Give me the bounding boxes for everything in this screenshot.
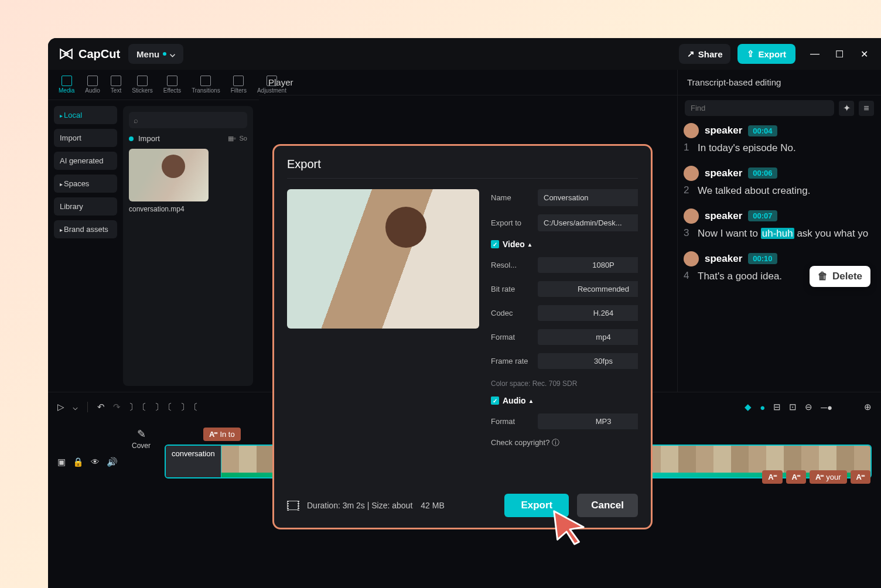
effects-icon: [167, 76, 177, 86]
sidebar-item-ai[interactable]: AI generated: [54, 152, 117, 170]
undo-icon[interactable]: ↶: [97, 402, 105, 412]
audio-format-label: Format: [491, 417, 532, 426]
line-number: 2: [684, 184, 692, 198]
name-input[interactable]: [538, 189, 638, 206]
speaker-name: speaker: [705, 253, 742, 265]
tool-icon[interactable]: ⊟: [773, 402, 781, 412]
codec-label: Codec: [491, 309, 532, 317]
delete-popover[interactable]: 🗑 Delete: [810, 266, 870, 287]
tab-audio[interactable]: Audio: [80, 73, 105, 96]
export-button-top[interactable]: ⇪ Export: [737, 44, 795, 64]
exportto-input[interactable]: [538, 214, 638, 231]
sidebar-item-import[interactable]: Import: [54, 129, 117, 147]
video-section-header[interactable]: ✓Video▴: [491, 240, 638, 249]
menu-button[interactable]: Menu ⌵: [128, 44, 183, 64]
lock-icon[interactable]: 🔒: [73, 457, 84, 467]
avatar: [684, 208, 699, 224]
dialog-title: Export: [287, 158, 638, 179]
tab-effects[interactable]: Effects: [159, 73, 186, 96]
caption-chip[interactable]: A⁼: [786, 470, 806, 484]
list-icon[interactable]: ≡: [859, 101, 874, 116]
highlighted-text[interactable]: uh-huh: [761, 228, 794, 239]
tool-icon[interactable]: ●: [760, 402, 765, 412]
sparkle-icon[interactable]: ✦: [839, 101, 854, 116]
split-icon[interactable]: 〕〔: [129, 402, 146, 413]
transcript-text[interactable]: Now I want to uh-huh ask you what yo: [698, 227, 875, 241]
status-dot-icon: [129, 136, 134, 141]
codec-select[interactable]: H.264: [538, 305, 638, 321]
checkbox-icon[interactable]: ✓: [491, 396, 499, 405]
window-minimize-icon[interactable]: —: [808, 47, 821, 60]
sort-label[interactable]: So: [240, 135, 247, 142]
eye-icon[interactable]: 👁: [91, 457, 100, 467]
find-input[interactable]: [685, 100, 834, 116]
speaker-name: speaker: [705, 210, 742, 222]
import-label[interactable]: Import: [138, 134, 160, 143]
caption-chip[interactable]: A⁼: [762, 470, 782, 484]
line-number: 3: [684, 227, 692, 241]
timestamp-badge: 00:10: [748, 253, 777, 264]
text-icon: [111, 76, 121, 86]
tab-stickers[interactable]: Stickers: [127, 73, 158, 96]
play-icon[interactable]: ▣: [57, 457, 66, 467]
audio-format-select[interactable]: MP3: [538, 413, 638, 429]
app-logo: CapCut: [59, 46, 120, 61]
caption-chip[interactable]: A⁼In to: [203, 428, 241, 441]
line-number: 1: [684, 142, 692, 155]
film-icon: [287, 501, 299, 510]
checkbox-icon[interactable]: ✓: [491, 240, 499, 248]
tool-icon[interactable]: ⊡: [789, 402, 797, 412]
share-button[interactable]: ↗ Share: [679, 44, 731, 64]
tool-icon[interactable]: ◆: [745, 402, 752, 412]
speaker-name: speaker: [705, 125, 742, 136]
speaker-icon[interactable]: 🔊: [107, 457, 118, 467]
tab-text[interactable]: Text: [106, 73, 126, 96]
split-left-icon[interactable]: 〕〔: [155, 402, 172, 413]
split-right-icon[interactable]: 〕〔: [180, 402, 198, 413]
zoom-out-icon[interactable]: ⊖: [805, 402, 812, 412]
window-close-icon[interactable]: ✕: [858, 47, 870, 60]
thumbnail-image: [129, 149, 209, 201]
tab-media[interactable]: Media: [54, 73, 79, 96]
delete-label: Delete: [832, 271, 862, 282]
media-thumb[interactable]: conversation.mp4: [129, 149, 209, 213]
pointer-tool-icon[interactable]: ▷: [57, 402, 64, 412]
format-select[interactable]: mp4: [538, 329, 638, 345]
sidebar-item-spaces[interactable]: ▸Spaces: [54, 175, 117, 193]
chevron-down-icon: ⌵: [170, 49, 175, 59]
media-search-input[interactable]: ⌕: [129, 112, 247, 128]
sidebar-item-brand[interactable]: ▸Brand assets: [54, 220, 117, 238]
grid-view-icon[interactable]: ▦▫: [228, 135, 236, 142]
import-row: Import ▦▫So: [129, 134, 247, 143]
redo-icon[interactable]: ↷: [113, 402, 121, 412]
cover-button[interactable]: ✎ Cover: [124, 428, 159, 450]
export-preview-image: [287, 189, 479, 329]
chevron-down-icon[interactable]: ⌵: [73, 402, 78, 412]
speaker-name: speaker: [705, 167, 742, 179]
transcript-text[interactable]: We talked about creating.: [698, 184, 875, 198]
color-space-note: Color space: Rec. 709 SDR: [491, 380, 638, 388]
zoom-slider[interactable]: ─●: [821, 402, 832, 412]
zoom-in-icon[interactable]: ⊕: [864, 402, 872, 412]
caption-chip[interactable]: A⁼your: [810, 470, 847, 484]
caption-chip[interactable]: A⁼: [851, 470, 870, 484]
framerate-select[interactable]: 30fps: [538, 353, 638, 369]
tab-transitions[interactable]: Transitions: [187, 73, 225, 96]
transcript-block[interactable]: speaker00:06 2We talked about creating.: [684, 166, 875, 198]
audio-section-header[interactable]: ✓Audio▴: [491, 396, 638, 405]
sidebar-item-local[interactable]: ▸Local: [54, 106, 117, 124]
app-window: CapCut Menu ⌵ ↗ Share ⇪ Export — ☐ ✕: [48, 38, 881, 588]
app-name: CapCut: [78, 47, 120, 61]
window-maximize-icon[interactable]: ☐: [833, 47, 846, 60]
transcript-block[interactable]: speaker00:04 1In today's episode No.: [684, 123, 875, 155]
ae-icon: A⁼: [856, 473, 865, 481]
copyright-label: Check copyright? ⓘ: [491, 437, 559, 448]
tab-filters[interactable]: Filters: [226, 73, 251, 96]
bitrate-select[interactable]: Recommended: [538, 281, 638, 297]
sidebar-item-library[interactable]: Library: [54, 197, 117, 216]
name-label: Name: [491, 193, 532, 202]
transcript-text[interactable]: In today's episode No.: [698, 142, 875, 155]
resolution-select[interactable]: 1080P: [538, 257, 638, 273]
notification-dot-icon: [163, 52, 166, 56]
transcript-block[interactable]: speaker00:07 3Now I want to uh-huh ask y…: [684, 208, 875, 241]
